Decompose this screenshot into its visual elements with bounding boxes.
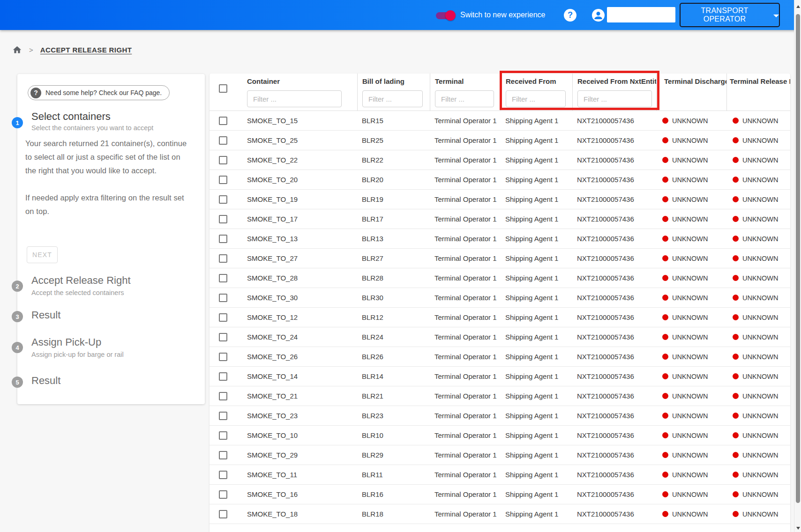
cell-terminal-release-light: UNKNOWN: [726, 274, 790, 282]
discharge-status-text: UNKNOWN: [672, 353, 708, 361]
cell-received-from-nxt-entity-id: NXT21000057436: [572, 156, 656, 164]
table-row: SMOKE_TO_15 BLR15 Terminal Operator 1 Sh…: [210, 111, 790, 131]
cell-received-from-nxt-entity-id: NXT21000057436: [572, 471, 656, 479]
breadcrumb-current-page[interactable]: ACCEPT RELEASE RIGHT: [40, 46, 132, 54]
cell-terminal: Terminal Operator 1: [430, 294, 501, 302]
red-status-dot-icon: [733, 157, 739, 163]
row-checkbox[interactable]: [219, 294, 227, 302]
release-status-text: UNKNOWN: [742, 294, 779, 302]
filter-terminal-input[interactable]: [435, 90, 494, 107]
row-checkbox-cell: [210, 412, 237, 420]
cell-terminal-discharge-light: UNKNOWN: [656, 215, 726, 223]
header-checkbox-cell: [210, 74, 237, 111]
row-checkbox-cell: [210, 156, 237, 164]
red-status-dot-icon: [662, 393, 668, 399]
discharge-status-text: UNKNOWN: [672, 196, 708, 203]
row-checkbox[interactable]: [219, 392, 227, 400]
cell-terminal-discharge-light: UNKNOWN: [656, 117, 726, 125]
cell-terminal-discharge-light: UNKNOWN: [656, 412, 726, 420]
home-icon[interactable]: [12, 45, 22, 55]
release-status-text: UNKNOWN: [742, 235, 779, 243]
row-checkbox[interactable]: [219, 471, 227, 479]
row-checkbox[interactable]: [219, 156, 227, 164]
cell-terminal: Terminal Operator 1: [430, 156, 501, 164]
role-selector-button[interactable]: TRANSPORT OPERATOR: [680, 3, 780, 27]
new-experience-toggle[interactable]: [436, 10, 455, 21]
window-scrollbar[interactable]: [794, 0, 801, 532]
table-row: SMOKE_TO_13 BLR13 Terminal Operator 1 Sh…: [210, 229, 790, 249]
row-checkbox[interactable]: [219, 215, 227, 223]
table-row: SMOKE_TO_11 BLR11 Terminal Operator 1 Sh…: [210, 465, 790, 485]
help-icon[interactable]: ?: [564, 9, 576, 22]
table-row: SMOKE_TO_17 BLR17 Terminal Operator 1 Sh…: [210, 209, 790, 229]
step-4-subtitle: Assign pick-up for barge or rail: [31, 351, 124, 358]
red-status-dot-icon: [662, 196, 668, 202]
cell-received-from-nxt-entity-id: NXT21000057436: [572, 353, 656, 361]
cell-terminal-release-light: UNKNOWN: [726, 471, 790, 479]
cell-bill-of-lading: BLR23: [357, 412, 430, 420]
row-checkbox[interactable]: [219, 372, 227, 381]
row-checkbox[interactable]: [219, 235, 227, 243]
scrollbar-up-arrow[interactable]: [794, 3, 801, 10]
user-account-icon[interactable]: [592, 9, 605, 22]
cell-received-from-nxt-entity-id: NXT21000057436: [572, 274, 656, 282]
row-checkbox[interactable]: [219, 254, 227, 263]
topbar-search-input[interactable]: [607, 7, 675, 22]
row-checkbox-cell: [210, 254, 237, 263]
cell-terminal: Terminal Operator 1: [430, 313, 501, 321]
containers-table: Container Bill of lading Terminal Receiv…: [210, 74, 790, 532]
filter-bill-of-lading-input[interactable]: [362, 90, 423, 107]
discharge-status-text: UNKNOWN: [672, 373, 708, 380]
row-checkbox[interactable]: [219, 510, 227, 518]
row-checkbox[interactable]: [219, 353, 227, 361]
cell-terminal-release-light: UNKNOWN: [726, 432, 790, 439]
discharge-status-text: UNKNOWN: [672, 215, 708, 223]
scrollbar-down-arrow[interactable]: [794, 525, 801, 532]
select-all-checkbox[interactable]: [219, 84, 227, 93]
cell-container: SMOKE_TO_19: [237, 195, 357, 203]
table-row: SMOKE_TO_21 BLR21 Terminal Operator 1 Sh…: [210, 386, 790, 406]
faq-help-chip[interactable]: ? Need some help? Check our FAQ page.: [28, 85, 170, 100]
row-checkbox[interactable]: [219, 136, 227, 145]
cell-received-from: Shipping Agent 1: [501, 471, 572, 479]
release-status-text: UNKNOWN: [742, 451, 779, 459]
cell-terminal-release-light: UNKNOWN: [726, 235, 790, 243]
row-checkbox[interactable]: [219, 490, 227, 499]
release-status-text: UNKNOWN: [742, 156, 779, 164]
row-checkbox[interactable]: [219, 451, 227, 459]
filter-received-from-input[interactable]: [506, 90, 566, 107]
row-checkbox[interactable]: [219, 274, 227, 282]
row-checkbox[interactable]: [219, 176, 227, 184]
next-button[interactable]: NEXT: [27, 246, 58, 263]
cell-bill-of-lading: BLR25: [357, 136, 430, 144]
release-status-text: UNKNOWN: [742, 196, 779, 203]
filter-nxt-entity-id-input[interactable]: [577, 90, 652, 107]
row-checkbox-cell: [210, 431, 237, 440]
release-status-text: UNKNOWN: [742, 215, 779, 223]
cell-container: SMOKE_TO_27: [237, 254, 357, 262]
table-row: SMOKE_TO_10 BLR10 Terminal Operator 1 Sh…: [210, 426, 790, 445]
row-checkbox[interactable]: [219, 412, 227, 420]
table-row: SMOKE_TO_27 BLR27 Terminal Operator 1 Sh…: [210, 249, 790, 268]
cell-terminal-release-light: UNKNOWN: [726, 314, 790, 321]
row-checkbox[interactable]: [219, 431, 227, 440]
cell-received-from-nxt-entity-id: NXT21000057436: [572, 392, 656, 400]
cell-terminal: Terminal Operator 1: [430, 490, 501, 498]
cell-received-from: Shipping Agent 1: [501, 136, 572, 144]
red-status-dot-icon: [733, 177, 739, 183]
discharge-status-text: UNKNOWN: [672, 314, 708, 321]
row-checkbox[interactable]: [219, 195, 227, 204]
filter-container-input[interactable]: [247, 90, 342, 107]
scrollbar-thumb[interactable]: [796, 14, 800, 503]
discharge-status-text: UNKNOWN: [672, 176, 708, 184]
cell-terminal: Terminal Operator 1: [430, 254, 501, 262]
row-checkbox[interactable]: [219, 313, 227, 322]
red-status-dot-icon: [733, 255, 739, 261]
row-checkbox[interactable]: [219, 117, 227, 125]
row-checkbox[interactable]: [219, 333, 227, 341]
discharge-status-text: UNKNOWN: [672, 491, 708, 498]
cell-terminal-release-light: UNKNOWN: [726, 156, 790, 164]
step-3-title: Result: [31, 309, 60, 321]
column-received-from: Received From: [501, 74, 572, 111]
page: Switch to new experience ? TRANSPORT OPE…: [0, 0, 801, 532]
